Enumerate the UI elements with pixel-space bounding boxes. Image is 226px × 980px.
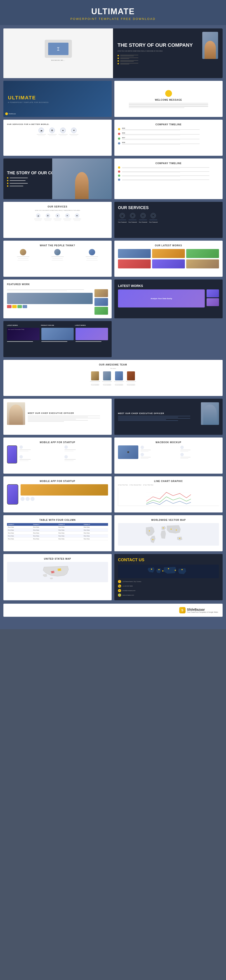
slide-line-chart: LINE CHART GRAPHIC ● Your First Text ● Y… — [114, 476, 223, 512]
svg-point-17 — [175, 570, 176, 571]
ceo-title: MEET OUR CHIEF EXECUTIVE OFFICER — [28, 412, 108, 414]
page-subtitle: POWERPOINT TEMPLATE FREE DOWNLOAD — [5, 17, 221, 21]
contact-address: 123 Street Name, City, Country — [122, 581, 141, 582]
svg-point-16 — [162, 571, 163, 572]
slide-contact: CONTACT US — [114, 554, 223, 600]
slide-featured: FEATURED WORK — [3, 280, 112, 318]
welcome-title: WELCOME MESSAGE — [155, 99, 182, 101]
services-icons-row: ☁ ⚙ ♦ ✦ — [7, 127, 108, 136]
team-member: TEAM MEMBER — [90, 371, 100, 386]
product-image — [75, 328, 108, 340]
timeline-item: 2018 — [118, 142, 219, 145]
slide-our-services: OUR SERVICES NOW YOU CAN WRITE SOMETHING… — [3, 202, 112, 238]
slide-latest-dark: LATEST WORKS Analyze Your Data Easily — [114, 280, 223, 318]
testimonials-row — [7, 249, 108, 261]
latest-dark-image: Analyze Your Data Easily — [118, 290, 205, 307]
sb-text: SlideBazaar Free PowerPoint Templates & … — [187, 608, 218, 613]
featured-image-sm — [95, 298, 108, 306]
web-icon: 🌐 — [118, 593, 121, 597]
mobile-title: MOBILE APP FOR STARTUP — [7, 441, 108, 444]
slide-ceo-dark: MEET OUR CHIEF EXECUTIVE OFFICER — [114, 399, 223, 435]
sb-tagline: Free PowerPoint Templates & Google Slide… — [187, 611, 218, 613]
service-dark-icon: ☁ Your Featured — [118, 213, 127, 223]
work-item — [118, 259, 151, 269]
slide-latest-works: OUR LATEST WORKS — [114, 241, 223, 277]
services-row: ☁ ⚙ ♦ ✦ — [7, 213, 108, 221]
product-image: Start Launch Presentation Today — [7, 328, 40, 340]
macbook-image: ■■■■■■■■ — [45, 40, 72, 58]
sb-brand: SlideBazaar — [187, 608, 218, 611]
team-photo — [127, 371, 135, 380]
timeline-title: COMPANY TIMELINE — [118, 123, 219, 126]
timeline-dot — [118, 133, 120, 135]
timeline-item: 2017 — [118, 137, 219, 140]
table-cell: Row Data — [83, 535, 108, 538]
world-map-title: WORLDWIDE VECTOR MAP — [118, 519, 219, 521]
svg-point-4 — [163, 527, 164, 528]
table-row: Row Data Row Data Row Data Row Data — [7, 535, 108, 538]
svg-point-14 — [168, 568, 169, 570]
latest-small-image — [207, 290, 219, 298]
testimonials-title: WHAT THE PEOPLE THINK? — [7, 244, 108, 247]
welcome-lines — [129, 103, 208, 108]
ultimate-title: ULTIMATE — [8, 95, 107, 101]
hero-person-image — [202, 32, 218, 59]
footer: S SlideBazaar Free PowerPoint Templates … — [3, 604, 223, 617]
table-cell: Row Data — [7, 538, 32, 541]
service-icon: ♦ — [60, 127, 66, 133]
mobile-phone — [7, 445, 17, 463]
macbook-label: MACBOOK MO... — [51, 60, 65, 61]
svg-point-6 — [176, 530, 177, 531]
slide-testimonials: WHAT THE PEOPLE THINK? — [3, 241, 112, 277]
bullet-dot — [117, 57, 119, 59]
mobile-startup-title: MOBILE APP FOR STARTUP — [7, 480, 108, 482]
our-services-subtitle: NOW YOU CAN WRITE SOMETHING REALLY AWESO… — [7, 210, 108, 211]
table-header-row: Column 1 Column 2 Column 3 Column 4 — [7, 523, 108, 526]
bullet-dot — [117, 60, 119, 62]
world-map-image — [118, 523, 219, 546]
ceo-dark-photo — [201, 402, 219, 425]
bullet-item — [117, 63, 218, 64]
svg-point-13 — [159, 569, 160, 570]
table-cell: Row Data — [32, 535, 58, 538]
sb-icon: S — [179, 607, 186, 613]
service-col: ☁ — [34, 213, 42, 221]
service-block: ♦ — [59, 127, 67, 136]
service-dark-icon: ✦ Your Featured — [149, 213, 157, 223]
svg-point-3 — [149, 530, 150, 531]
service-col: ★ — [73, 213, 81, 221]
slide-story-dark: THE STORY OF OUR COMPANY — [3, 159, 112, 199]
svg-point-9 — [52, 572, 53, 573]
svg-point-5 — [171, 529, 172, 530]
svg-point-12 — [151, 569, 152, 570]
slide-us-map: UNITED STATES MAP — [3, 554, 112, 600]
service-dark-icon: ⚙ Your Featured — [128, 213, 137, 223]
macbook-screen-text: ■■■■■■■■ — [57, 47, 59, 51]
world-map-svg — [118, 523, 219, 546]
featured-image — [7, 293, 93, 304]
product-launch-content: Start Launch Presentation Today — [7, 328, 108, 342]
team-subtitle: The team — [7, 368, 219, 369]
work-item — [186, 249, 219, 258]
table-cell: Row Data — [83, 529, 108, 531]
svg-point-10 — [59, 569, 60, 570]
timeline-dot — [118, 137, 120, 140]
slide-macbook-mockup: MACBOOK MOCKUP ⬛ — [114, 438, 223, 474]
slide-team: OUR AWESOME TEAM The team TEAM MEMBER TE… — [3, 360, 223, 396]
timeline-dot — [118, 142, 120, 145]
timeline-item — [118, 170, 219, 173]
service-col: ⚙ — [44, 213, 52, 221]
page-header: ULTIMATE POWERPOINT TEMPLATE FREE DOWNLO… — [0, 0, 226, 25]
table-cell: Row Data — [7, 526, 32, 529]
slide-mobile-startup: MOBILE APP FOR STARTUP — [3, 476, 112, 512]
services-dark-title: OUR SERVICES — [118, 205, 219, 210]
macbook-screen: ■■■■■■■■ — [48, 43, 69, 55]
team-title: OUR AWESOME TEAM — [7, 363, 219, 366]
table-cell: Row Data — [58, 538, 83, 541]
table-cell: Row Data — [7, 535, 32, 538]
slide-timeline-2: COMPANY TIMELINE — [114, 159, 223, 199]
table-cell: Row Data — [83, 538, 108, 541]
bazaar-icon — [5, 113, 8, 115]
slidebazaar-logo: S SlideBazaar Free PowerPoint Templates … — [179, 607, 218, 613]
table-cell: Row Data — [32, 538, 58, 541]
